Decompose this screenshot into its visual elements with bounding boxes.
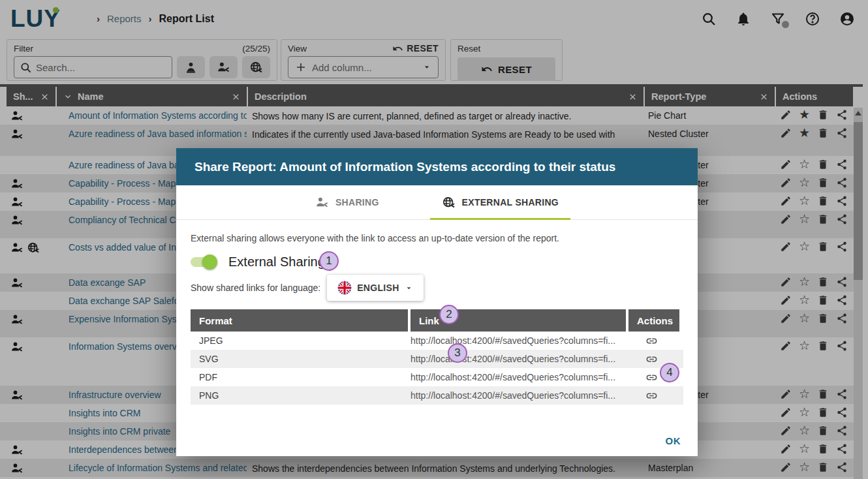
external-sharing-toggle[interactable] — [191, 257, 215, 267]
share-link-row: SVGhttp://localhost:4200/#/savedQueries?… — [191, 350, 683, 368]
share-link-url: http://localhost:4200/#/savedQueries?col… — [411, 372, 626, 382]
language-select[interactable]: ENGLISH — [327, 275, 423, 301]
copy-link-button[interactable] — [645, 335, 658, 347]
toggle-label: External Sharing — [228, 255, 325, 270]
annotation-circle-4: 4 — [660, 363, 679, 382]
share-link-row: PNGhttp://localhost:4200/#/savedQueries?… — [191, 386, 683, 405]
modal-tabs: SHARING EXTERNAL SHARING — [176, 185, 698, 220]
annotation-circle-3: 3 — [448, 343, 467, 363]
format-label: PDF — [191, 372, 411, 382]
copy-link-button[interactable] — [645, 390, 658, 402]
tab-external-sharing[interactable]: EXTERNAL SHARING — [430, 185, 570, 219]
toggle-knob — [202, 255, 217, 270]
globe-share-icon — [442, 196, 456, 209]
format-label: SVG — [191, 354, 411, 364]
share-link-row: JPEGhttp://localhost:4200/#/savedQueries… — [191, 332, 683, 350]
share-link-url: http://localhost:4200/#/savedQueries?col… — [411, 335, 626, 346]
modal-title: Share Report: Amount of Information Syst… — [176, 148, 698, 185]
share-links-rows: JPEGhttp://localhost:4200/#/savedQueries… — [191, 332, 683, 405]
person-share-icon — [315, 196, 329, 209]
uk-flag-icon — [337, 281, 352, 295]
share-link-url: http://localhost:4200/#/savedQueries?col… — [411, 354, 626, 364]
share-report-modal: Share Report: Amount of Information Syst… — [176, 148, 698, 456]
share-link-row: PDFhttp://localhost:4200/#/savedQueries?… — [191, 368, 683, 386]
tab-sharing[interactable]: SHARING — [303, 185, 391, 219]
format-label: PNG — [191, 390, 411, 401]
share-column-format: Format — [191, 309, 408, 332]
annotation-circle-2: 2 — [439, 305, 459, 324]
caret-down-icon — [405, 284, 413, 292]
language-label: Show shared links for language: — [191, 283, 320, 293]
copy-link-button[interactable] — [645, 371, 658, 384]
external-sharing-description: External sharing allows everyone with th… — [191, 233, 683, 243]
share-link-url: http://localhost:4200/#/savedQueries?col… — [411, 390, 626, 401]
copy-link-button[interactable] — [645, 353, 658, 365]
ok-button[interactable]: OK — [666, 435, 681, 446]
annotation-circle-1: 1 — [319, 251, 339, 271]
format-label: JPEG — [191, 335, 411, 346]
share-column-actions: Actions — [628, 309, 679, 332]
share-links-table: Format Link Actions JPEGhttp://localhost… — [191, 309, 683, 405]
